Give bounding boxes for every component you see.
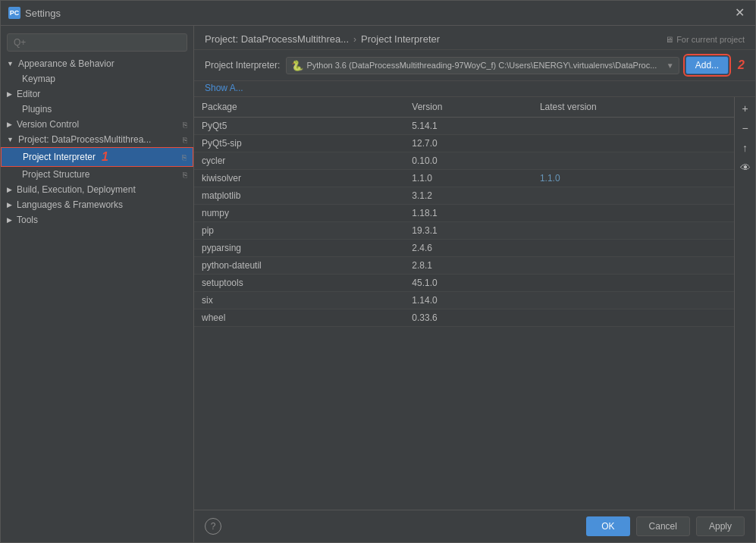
vc-badge: ⎘ — [183, 121, 187, 129]
sidebar-item-version-control[interactable]: ▶ Version Control ⎘ — [1, 117, 193, 132]
col-package: Package — [194, 97, 404, 118]
table-row[interactable]: numpy1.18.1 — [194, 205, 734, 222]
package-latest — [532, 118, 734, 135]
cancel-button[interactable]: Cancel — [636, 516, 690, 536]
sidebar-item-project[interactable]: ▼ Project: DataProcessMultithrea... ⎘ — [1, 132, 193, 147]
package-latest — [532, 257, 734, 275]
breadcrumb-bar: Project: DataProcessMultithrea... › Proj… — [194, 26, 755, 50]
package-latest — [532, 222, 734, 240]
table-row[interactable]: kiwisolver1.1.01.1.0 — [194, 170, 734, 187]
package-latest — [532, 309, 734, 327]
close-button[interactable]: ✕ — [732, 5, 748, 20]
project-badge: ⎘ — [183, 136, 187, 144]
package-version: 1.14.0 — [404, 292, 532, 309]
table-row[interactable]: matplotlib3.1.2 — [194, 187, 734, 205]
add-package-icon[interactable]: + — [737, 100, 754, 117]
sidebar-item-tools[interactable]: ▶ Tools — [1, 212, 193, 228]
interpreter-select[interactable]: 🐍 Python 3.6 (DataProcessMultithreading-… — [286, 57, 679, 74]
package-name: python-dateutil — [194, 257, 404, 275]
sidebar-label-appearance: Appearance & Behavior — [18, 58, 114, 69]
expand-arrow-vc: ▶ — [7, 121, 12, 128]
table-row[interactable]: wheel0.33.6 — [194, 309, 734, 327]
package-version: 0.10.0 — [404, 152, 532, 170]
package-latest — [532, 152, 734, 170]
package-latest — [532, 135, 734, 152]
table-row[interactable]: pyparsing2.4.6 — [194, 240, 734, 257]
sidebar-label-keymap: Keymap — [22, 74, 55, 84]
sidebar-item-editor[interactable]: ▶ Editor — [1, 86, 193, 102]
content-area: ▼ Appearance & Behavior Keymap ▶ Editor … — [1, 26, 755, 542]
sidebar-label-languages: Languages & Frameworks — [17, 199, 123, 210]
expand-arrow-project: ▼ — [7, 136, 14, 143]
bottom-left: ? — [205, 518, 221, 535]
package-version: 12.7.0 — [404, 135, 532, 152]
sidebar-item-build[interactable]: ▶ Build, Execution, Deployment — [1, 182, 193, 197]
sidebar: ▼ Appearance & Behavior Keymap ▶ Editor … — [1, 26, 194, 542]
sidebar-label-editor: Editor — [17, 89, 40, 99]
help-button[interactable]: ? — [205, 518, 221, 535]
show-all-button[interactable]: Show A... — [205, 83, 243, 93]
table-row[interactable]: PyQt55.14.1 — [194, 118, 734, 135]
annotation-2: 2 — [738, 58, 745, 72]
expand-arrow-build: ▶ — [7, 186, 12, 193]
package-latest — [532, 292, 734, 309]
package-latest — [532, 187, 734, 205]
sidebar-label-tools: Tools — [17, 215, 38, 225]
package-version: 19.3.1 — [404, 222, 532, 240]
breadcrumb-current: Project Interpreter — [361, 33, 440, 45]
ok-button[interactable]: OK — [586, 516, 629, 536]
sidebar-label-build: Build, Execution, Deployment — [17, 184, 136, 195]
package-latest — [532, 205, 734, 222]
table-row[interactable]: pip19.3.1 — [194, 222, 734, 240]
package-version: 3.1.2 — [404, 187, 532, 205]
expand-arrow-appearance: ▼ — [7, 60, 14, 67]
sidebar-item-project-structure[interactable]: Project Structure ⎘ — [1, 167, 193, 182]
main-panel: Project: DataProcessMultithrea... › Proj… — [194, 26, 755, 542]
title-bar: PC Settings ✕ — [1, 1, 755, 26]
table-row[interactable]: cycler0.10.0 — [194, 152, 734, 170]
for-current-project: 🖥 For current project — [665, 35, 745, 44]
sidebar-item-languages[interactable]: ▶ Languages & Frameworks — [1, 197, 193, 212]
packages-area: Package Version Latest version PyQt55.14… — [194, 97, 755, 510]
package-name: matplotlib — [194, 187, 404, 205]
interpreter-value: Python 3.6 (DataProcessMultithreading-97… — [306, 61, 663, 70]
sidebar-label-vc: Version Control — [17, 119, 79, 130]
package-name: wheel — [194, 309, 404, 327]
package-version: 1.1.0 — [404, 170, 532, 187]
package-name: six — [194, 292, 404, 309]
package-version: 5.14.1 — [404, 118, 532, 135]
remove-package-icon[interactable]: − — [737, 120, 754, 137]
interpreter-row: Project Interpreter: 🐍 Python 3.6 (DataP… — [194, 50, 755, 81]
package-version: 1.18.1 — [404, 205, 532, 222]
breadcrumb-arrow: › — [353, 34, 356, 45]
package-name: setuptools — [194, 275, 404, 292]
packages-table-container: Package Version Latest version PyQt55.14… — [194, 97, 734, 510]
expand-arrow-editor: ▶ — [7, 90, 12, 98]
package-name: pip — [194, 222, 404, 240]
table-side-icons: + − ↑ 👁 — [734, 97, 755, 510]
table-row[interactable]: six1.14.0 — [194, 292, 734, 309]
dialog-title: Settings — [25, 8, 61, 19]
interpreter-label: Project Interpreter: — [205, 60, 280, 71]
package-latest — [532, 275, 734, 292]
package-name: kiwisolver — [194, 170, 404, 187]
sidebar-item-plugins[interactable]: Plugins — [1, 102, 193, 117]
apply-button[interactable]: Apply — [696, 516, 745, 536]
add-interpreter-button[interactable]: Add... — [685, 56, 729, 74]
expand-arrow-tools: ▶ — [7, 216, 12, 224]
upgrade-package-icon[interactable]: ↑ — [737, 140, 754, 156]
pi-badge: ⎘ — [182, 153, 187, 162]
table-row[interactable]: setuptools45.1.0 — [194, 275, 734, 292]
bottom-bar: ? OK Cancel Apply — [194, 510, 755, 542]
col-latest: Latest version — [532, 97, 734, 118]
sidebar-item-keymap[interactable]: Keymap — [1, 71, 193, 86]
eye-icon[interactable]: 👁 — [737, 159, 754, 176]
sidebar-item-project-interpreter[interactable]: Project Interpreter 1 ⎘ — [1, 147, 193, 167]
search-input[interactable] — [7, 33, 187, 52]
table-row[interactable]: python-dateutil2.8.1 — [194, 257, 734, 275]
dropdown-arrow-icon: ▼ — [667, 61, 674, 70]
package-latest — [532, 240, 734, 257]
table-row[interactable]: PyQt5-sip12.7.0 — [194, 135, 734, 152]
package-latest: 1.1.0 — [532, 170, 734, 187]
sidebar-item-appearance[interactable]: ▼ Appearance & Behavior — [1, 56, 193, 71]
